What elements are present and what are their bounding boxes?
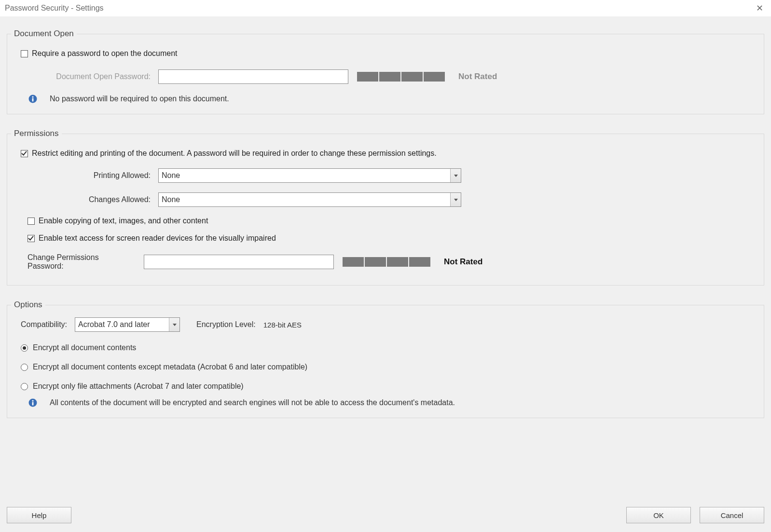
chevron-down-icon bbox=[169, 318, 179, 331]
encrypt-attachments-row[interactable]: Encrypt only file attachments (Acrobat 7… bbox=[21, 382, 750, 391]
enable-access-checkbox[interactable] bbox=[28, 235, 35, 242]
require-password-label: Require a password to open the document bbox=[32, 49, 178, 58]
changes-allowed-value: None bbox=[162, 195, 180, 204]
changes-allowed-row: Changes Allowed: None bbox=[21, 192, 750, 207]
open-info-text: No password will be required to open thi… bbox=[50, 95, 229, 103]
open-password-input[interactable] bbox=[158, 69, 348, 84]
open-password-rating: Not Rated bbox=[458, 72, 497, 82]
compatibility-select[interactable]: Acrobat 7.0 and later bbox=[75, 317, 180, 332]
change-permissions-password-row: Change Permissions Password: Not Rated bbox=[21, 253, 750, 271]
require-password-row[interactable]: Require a password to open the document bbox=[21, 49, 750, 58]
printing-allowed-row: Printing Allowed: None bbox=[21, 168, 750, 183]
enable-copying-row[interactable]: Enable copying of text, images, and othe… bbox=[28, 217, 750, 225]
button-bar: Help OK Cancel bbox=[0, 507, 771, 523]
open-password-row: Document Open Password: Not Rated bbox=[21, 69, 750, 84]
encrypt-except-metadata-row[interactable]: Encrypt all document contents except met… bbox=[21, 363, 750, 371]
options-info-row: All contents of the document will be enc… bbox=[28, 398, 750, 407]
svg-point-4 bbox=[32, 400, 33, 401]
svg-point-1 bbox=[32, 96, 33, 97]
restrict-editing-label: Restrict editing and printing of the doc… bbox=[32, 149, 437, 158]
restrict-editing-row[interactable]: Restrict editing and printing of the doc… bbox=[21, 149, 750, 158]
open-password-strength-meter bbox=[357, 72, 445, 82]
info-icon bbox=[28, 95, 37, 103]
permissions-password-strength-meter bbox=[343, 257, 430, 267]
open-password-label: Document Open Password: bbox=[21, 72, 158, 81]
encrypt-except-metadata-label: Encrypt all document contents except met… bbox=[33, 363, 307, 371]
encrypt-except-metadata-radio[interactable] bbox=[21, 364, 28, 371]
encrypt-all-label: Encrypt all document contents bbox=[33, 343, 136, 352]
group-document-open: Document Open Require a password to open… bbox=[7, 29, 764, 114]
printing-allowed-label: Printing Allowed: bbox=[21, 171, 158, 180]
svg-rect-5 bbox=[32, 402, 34, 406]
enable-access-label: Enable text access for screen reader dev… bbox=[39, 234, 276, 243]
encrypt-all-row[interactable]: Encrypt all document contents bbox=[21, 343, 750, 352]
change-permissions-password-input[interactable] bbox=[144, 255, 334, 269]
legend-document-open: Document Open bbox=[11, 29, 77, 39]
help-button[interactable]: Help bbox=[7, 507, 71, 523]
compatibility-value: Acrobat 7.0 and later bbox=[78, 320, 150, 329]
compatibility-row: Compatibility: Acrobat 7.0 and later Enc… bbox=[21, 317, 750, 332]
change-permissions-password-label: Change Permissions Password: bbox=[21, 253, 144, 271]
changes-allowed-select[interactable]: None bbox=[158, 192, 461, 207]
options-info-text: All contents of the document will be enc… bbox=[50, 398, 455, 407]
compatibility-label: Compatibility: bbox=[21, 320, 67, 329]
encrypt-attachments-radio[interactable] bbox=[21, 383, 28, 390]
svg-rect-2 bbox=[32, 98, 34, 102]
dialog-body: Document Open Require a password to open… bbox=[0, 16, 771, 532]
close-icon[interactable]: ✕ bbox=[752, 1, 767, 15]
encrypt-attachments-label: Encrypt only file attachments (Acrobat 7… bbox=[33, 382, 244, 391]
printing-allowed-value: None bbox=[162, 171, 180, 180]
legend-options: Options bbox=[11, 300, 45, 310]
chevron-down-icon bbox=[450, 193, 461, 206]
legend-permissions: Permissions bbox=[11, 129, 62, 138]
encryption-level-label: Encryption Level: bbox=[196, 320, 256, 329]
cancel-button[interactable]: Cancel bbox=[700, 507, 764, 523]
title-bar: Password Security - Settings ✕ bbox=[0, 0, 771, 16]
chevron-down-icon bbox=[450, 169, 461, 182]
permissions-password-rating: Not Rated bbox=[444, 257, 482, 267]
restrict-editing-checkbox[interactable] bbox=[21, 150, 28, 157]
enable-access-row[interactable]: Enable text access for screen reader dev… bbox=[28, 234, 750, 243]
open-info-row: No password will be required to open thi… bbox=[28, 95, 750, 103]
changes-allowed-label: Changes Allowed: bbox=[21, 195, 158, 204]
enable-copying-checkbox[interactable] bbox=[28, 218, 35, 225]
printing-allowed-select[interactable]: None bbox=[158, 168, 461, 183]
group-permissions: Permissions Restrict editing and printin… bbox=[7, 129, 764, 286]
require-password-checkbox[interactable] bbox=[21, 50, 28, 57]
window-title: Password Security - Settings bbox=[5, 4, 104, 13]
encryption-level-value: 128-bit AES bbox=[263, 321, 302, 329]
group-options: Options Compatibility: Acrobat 7.0 and l… bbox=[7, 300, 764, 418]
info-icon bbox=[28, 398, 37, 407]
encrypt-all-radio[interactable] bbox=[21, 344, 28, 352]
ok-button[interactable]: OK bbox=[626, 507, 691, 523]
enable-copying-label: Enable copying of text, images, and othe… bbox=[39, 217, 208, 225]
